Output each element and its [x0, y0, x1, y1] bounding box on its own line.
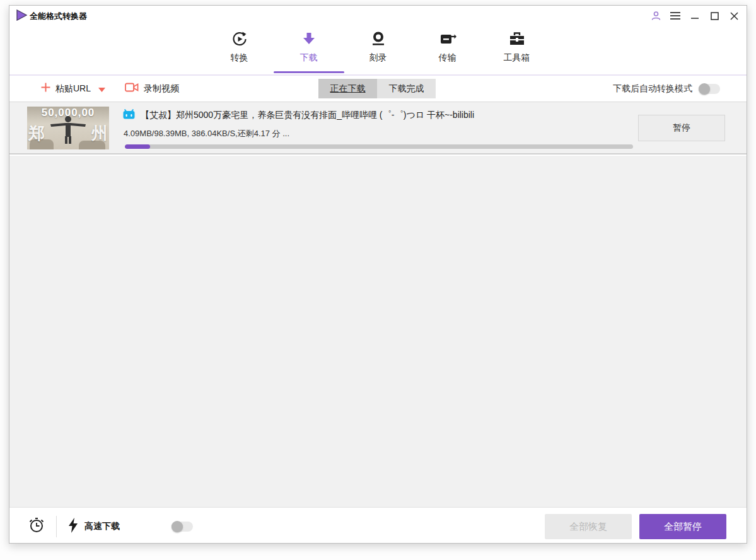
- auto-convert-label: 下载后自动转换模式: [613, 83, 692, 95]
- toggle-knob: [699, 83, 710, 95]
- tab-label: 转换: [231, 52, 248, 64]
- record-video-button[interactable]: 录制视频: [125, 76, 179, 102]
- download-state-tabs: 正在下载 下载完成: [318, 79, 436, 98]
- high-speed-label: 高速下载: [84, 521, 120, 532]
- download-toolbar: 粘贴URL 录制视频 正在下载 下载完成 下载后自动转换模式: [9, 76, 747, 102]
- tab-downloading[interactable]: 正在下载: [318, 79, 377, 98]
- menu-icon[interactable]: [668, 8, 683, 23]
- resume-all-button[interactable]: 全部恢复: [545, 514, 632, 539]
- tab-download[interactable]: 下载: [281, 23, 337, 73]
- thumbnail-overlay-text: 50,000,00: [27, 107, 109, 119]
- maximize-icon[interactable]: [707, 8, 722, 23]
- main-nav: 转换 下载 刻录: [9, 23, 747, 75]
- footer-divider: [56, 516, 57, 537]
- paste-url-label: 粘贴URL: [55, 83, 91, 95]
- tab-toolbox[interactable]: 工具箱: [489, 23, 545, 73]
- tab-download-complete-label: 下载完成: [389, 83, 424, 95]
- user-icon[interactable]: [648, 8, 663, 23]
- pause-button[interactable]: 暂停: [638, 115, 725, 141]
- tab-transfer[interactable]: 传输: [419, 23, 476, 73]
- tab-downloading-label: 正在下载: [330, 83, 366, 95]
- chevron-down-icon[interactable]: [98, 83, 105, 95]
- plus-icon: [41, 83, 50, 95]
- lightning-icon: [68, 518, 78, 535]
- active-tab-underline: [274, 71, 344, 73]
- toolbox-icon: [508, 30, 526, 49]
- auto-convert-toggle[interactable]: [699, 84, 720, 94]
- progress-bar-fill: [125, 144, 150, 149]
- download-title: 【艾叔】郑州5000万豪宅里，养条巨贵有没有排面_哔哩哔哩 (゜-゜)つロ 干杯…: [141, 110, 474, 121]
- alarm-clock-icon[interactable]: [28, 516, 45, 536]
- tab-label: 下载: [300, 52, 318, 64]
- close-icon[interactable]: [726, 8, 741, 23]
- download-item-row[interactable]: 50,000,00 郑 州 【艾叔】郑州5000万豪宅里，养条巨贵有没有排面_哔…: [9, 102, 747, 155]
- tab-burn[interactable]: 刻录: [350, 23, 407, 73]
- app-title: 全能格式转换器: [30, 11, 87, 22]
- tab-label: 工具箱: [504, 52, 530, 64]
- video-thumbnail: 50,000,00 郑 州: [27, 107, 109, 149]
- auto-convert-control: 下载后自动转换模式: [613, 76, 720, 102]
- tab-convert[interactable]: 转换: [211, 23, 268, 73]
- tab-download-complete[interactable]: 下载完成: [377, 79, 436, 98]
- progress-bar: [125, 144, 633, 149]
- thumbnail-overlay-char-right: 州: [91, 122, 108, 144]
- download-list-panel: [9, 156, 747, 507]
- high-speed-toggle[interactable]: [172, 522, 193, 532]
- app-logo-play-icon: [16, 9, 27, 23]
- bilibili-tv-icon: [123, 109, 135, 122]
- high-speed-download-control: 高速下载: [68, 518, 193, 535]
- pause-all-button[interactable]: 全部暂停: [639, 514, 726, 539]
- transfer-icon: [439, 30, 457, 49]
- toggle-knob: [172, 521, 183, 532]
- paste-url-button[interactable]: 粘贴URL: [41, 76, 105, 102]
- person-silhouette: [49, 115, 87, 144]
- footer-bar: 高速下载 全部恢复 全部暂停: [9, 507, 747, 544]
- record-video-label: 录制视频: [144, 83, 179, 95]
- burn-icon: [370, 30, 387, 49]
- download-progress-text: 4.09MB/98.39MB, 386.04KB/S,还剩4.17 分 ...: [124, 128, 289, 139]
- video-camera-icon: [125, 83, 139, 95]
- download-icon: [301, 30, 317, 49]
- convert-icon: [231, 30, 248, 49]
- tab-label: 刻录: [369, 52, 387, 64]
- thumbnail-overlay-char-left: 郑: [28, 122, 45, 144]
- minimize-icon[interactable]: [687, 8, 702, 23]
- app-window: 全能格式转换器: [9, 5, 747, 544]
- tab-label: 传输: [439, 52, 457, 64]
